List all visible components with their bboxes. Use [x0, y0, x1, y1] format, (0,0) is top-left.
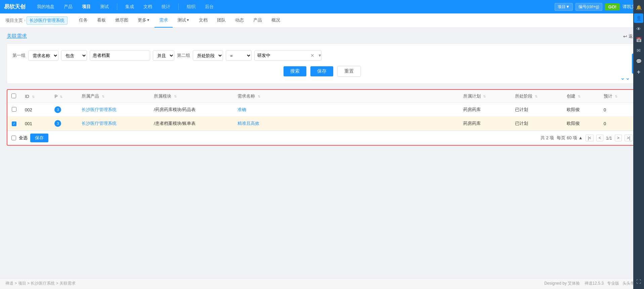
header-module: 所属模块 ⇅	[150, 90, 233, 103]
row1-name-link[interactable]: 准确	[238, 107, 246, 112]
back-icon: ↩	[623, 34, 627, 39]
nav-testing[interactable]: 测试 ▼	[173, 13, 194, 28]
sidebar-fullscreen-icon[interactable]: ⛶	[634, 277, 643, 286]
breadcrumb-home[interactable]: 项目主页	[5, 17, 23, 24]
header-checkbox[interactable]	[11, 94, 16, 98]
clear-value2-btn[interactable]: ✕	[308, 53, 316, 58]
nav-dynamics[interactable]: 动态	[230, 13, 249, 28]
row1-priority: 3	[50, 103, 78, 117]
row1-name: 准确	[233, 103, 459, 117]
per-page-dropdown-icon[interactable]: ▲	[578, 135, 583, 140]
row1-creator: 欧阳俊	[563, 103, 600, 117]
stage-sort-icon[interactable]: ⇅	[535, 95, 538, 98]
breadcrumb: 项目主页 › 长沙医疗管理系统	[5, 16, 68, 25]
plan-sort-icon[interactable]: ⇅	[483, 95, 486, 98]
nav-more[interactable]: 更多 ▼	[133, 13, 155, 28]
nav-docs[interactable]: 文档	[142, 3, 154, 10]
header-checkbox-cell	[7, 90, 21, 103]
nav-integration[interactable]: 集成	[124, 3, 135, 10]
sidebar-calendar-icon[interactable]: 📅	[634, 35, 643, 44]
row2-priority: 3	[50, 117, 78, 131]
nav-documentation[interactable]: 文档	[194, 13, 212, 28]
row2-name-link[interactable]: 精准且高效	[238, 121, 259, 126]
sidebar-user-icon[interactable]: 👤	[634, 13, 643, 23]
sidebar-notifications-icon[interactable]: 🔔	[634, 3, 643, 12]
main-content: 关联需求 ↩ 返回 第一组 需求名称 ID 所属产品 所属模块 包含 不包含 等…	[0, 28, 644, 278]
nav-test[interactable]: 测试	[99, 3, 110, 10]
sidebar-eye-icon[interactable]: 👁	[634, 24, 643, 34]
project-selector[interactable]: 项目▼	[555, 3, 573, 11]
first-page-btn[interactable]: |<	[586, 135, 594, 141]
value2-input-container: ✕ ▼	[254, 50, 321, 61]
nav-tasks[interactable]: 任务	[74, 13, 92, 28]
value2-dropdown-btn[interactable]: ▼	[316, 53, 323, 58]
row1-product-link[interactable]: 长沙医疗管理系统	[82, 107, 117, 112]
nav-product[interactable]: 产品	[62, 3, 74, 10]
footer-right-info: Designed by 艾体验 禅道12.5.3 专业版 头头带娃	[544, 281, 639, 286]
row2-product: 长沙医疗管理系统	[78, 117, 150, 131]
nav-requirements[interactable]: 需求	[155, 13, 173, 28]
footer-save-button[interactable]: 保存	[30, 134, 48, 142]
field1-select[interactable]: 需求名称 ID 所属产品 所属模块	[28, 50, 58, 61]
nav-team[interactable]: 团队	[212, 13, 230, 28]
creator-sort-icon[interactable]: ⇅	[578, 95, 581, 98]
page-info: 1/1	[606, 136, 612, 141]
module-sort-icon[interactable]: ⇅	[174, 95, 177, 98]
connector-select[interactable]: 并且 或者	[153, 50, 174, 61]
sidebar-email-icon[interactable]: ✉	[634, 46, 643, 55]
next-page-btn[interactable]: >	[615, 135, 622, 141]
search-row-1: 第一组 需求名称 ID 所属产品 所属模块 包含 不包含 等于 不等于 并且 或…	[12, 50, 632, 61]
header-name: 需求名称 ⇅	[233, 90, 459, 103]
row2-product-link[interactable]: 长沙医疗管理系统	[82, 121, 117, 126]
value1-input[interactable]	[90, 50, 150, 61]
sidebar-message-icon[interactable]: 💬	[634, 57, 643, 66]
condition2-select[interactable]: = != 包含 不包含	[226, 50, 252, 61]
nav-project[interactable]: 项目	[81, 3, 92, 10]
select-all-checkbox[interactable]	[11, 136, 16, 140]
header-estimate: 预计 ⇅	[600, 90, 637, 103]
group2-label: 第二组	[177, 52, 190, 59]
nav-products[interactable]: 产品	[249, 13, 267, 28]
row2-id: 001	[21, 117, 50, 131]
total-info: 共 2 项	[541, 135, 554, 141]
sidebar-add-icon[interactable]: +	[634, 67, 643, 77]
save-filter-button[interactable]: 保存	[310, 66, 333, 76]
nav-dashboard[interactable]: 我的地盘	[36, 3, 56, 10]
app-logo: 易软天创	[4, 3, 26, 10]
data-table-container: ID ⇅ P ⇅ 所属产品 ⇅ 所属模块 ⇅	[7, 90, 637, 145]
nav-org[interactable]: 组织	[185, 3, 197, 10]
nav-backend[interactable]: 后台	[204, 3, 215, 10]
reset-button[interactable]: 重置	[337, 66, 361, 77]
header-creator: 创建 ⇅	[563, 90, 600, 103]
row1-checkbox[interactable]	[12, 107, 16, 112]
go-button[interactable]: GO!	[605, 3, 620, 10]
page-title[interactable]: 关联需求	[7, 33, 27, 39]
product-sort-icon[interactable]: ⇅	[102, 95, 104, 98]
page-header: 关联需求 ↩ 返回	[7, 33, 637, 39]
row1-stage: 已计划	[511, 103, 563, 117]
row1-module: /药房药库模块/药品表	[150, 103, 233, 117]
search-button[interactable]: 搜索	[284, 66, 306, 76]
row2-priority-badge: 3	[54, 120, 61, 127]
breadcrumb-project[interactable]: 长沙医疗管理系统	[27, 16, 68, 25]
prev-page-btn[interactable]: <	[596, 135, 603, 141]
condition1-select[interactable]: 包含 不包含 等于 不等于	[61, 50, 87, 61]
nav-stats[interactable]: 统计	[160, 3, 172, 10]
nav-overview[interactable]: 概况	[267, 13, 285, 28]
priority-sort-icon[interactable]: ⇅	[60, 95, 62, 99]
nav-burndown[interactable]: 燃尽图	[111, 13, 133, 28]
header-priority: P ⇅	[50, 90, 78, 103]
nav-kanban[interactable]: 看板	[92, 13, 111, 28]
name-sort-icon[interactable]: ⇅	[258, 95, 260, 98]
value2-input[interactable]	[255, 52, 308, 60]
footer-breadcrumb: 禅道 > 项目 > 长沙医疗系统 > 关联需求	[5, 281, 76, 286]
row2-checkbox[interactable]: ✓	[12, 121, 16, 126]
expand-more-icon[interactable]: ⌄⌄	[620, 74, 630, 81]
id-sort-icon[interactable]: ⇅	[32, 95, 35, 99]
row1-id: 002	[21, 103, 50, 117]
field2-select[interactable]: 所处阶段 需求名称 所属产品	[193, 50, 223, 61]
right-sidebar: 🔔 👤 👁 📅 ✉ 💬 + ⛶	[633, 0, 644, 288]
last-page-btn[interactable]: >|	[625, 135, 633, 141]
id-selector[interactable]: 编号(ctrl+g)	[575, 3, 602, 11]
estimate-sort-icon[interactable]: ⇅	[615, 95, 617, 98]
